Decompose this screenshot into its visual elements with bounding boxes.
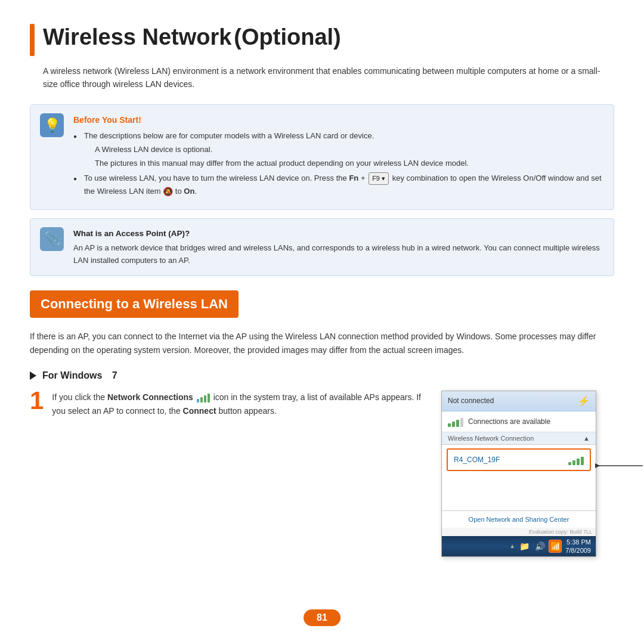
- page-title-optional: (Optional): [234, 24, 340, 49]
- info-box-access-point: 📎 What is an Access Point (AP)? An AP is…: [30, 218, 614, 276]
- fn-key-label: Fn: [349, 174, 358, 182]
- connections-available-row: Connections are available: [442, 411, 596, 432]
- svg-marker-1: [595, 463, 600, 468]
- windows-version: 7: [112, 370, 117, 381]
- title-accent-bar: [30, 24, 35, 56]
- taskbar-volume-icon: 🔊: [533, 540, 546, 553]
- wifi-bars-icon: [448, 416, 463, 427]
- network-connections-icon: [197, 393, 210, 402]
- info-box-ap-title: What is an Access Point (AP)?: [73, 227, 604, 240]
- windows7-popup: Not connected ⚡ Connections are availabl…: [441, 391, 596, 557]
- step-1-row: 1 If you click the Network Connections i…: [30, 391, 423, 418]
- fn2-key: F9 ▾: [369, 172, 389, 185]
- ap-list-annotation: AP List: [595, 461, 644, 470]
- ap-list-arrow: [595, 461, 644, 470]
- ap-signal-bars: [568, 454, 584, 465]
- taskbar-time-value: 5:38 PM: [565, 538, 591, 546]
- connections-available-text: Connections are available: [468, 417, 550, 426]
- ap-name: R4_COM_19F: [454, 456, 500, 464]
- info-box-before-start: 💡 Before You Start! The descriptions bel…: [30, 104, 614, 210]
- sub-item-1b: The pictures in this manual may differ f…: [84, 157, 604, 170]
- taskbar-icons-group: ▲ 📁 🔊 📶: [509, 540, 562, 553]
- info-box-ap-content: What is an Access Point (AP)? An AP is a…: [73, 227, 604, 267]
- win7-header-icon: ⚡: [578, 395, 590, 407]
- right-column: Not connected ⚡ Connections are availabl…: [441, 391, 614, 557]
- watermark-text: Evaluation copy: Build 7LL: [442, 528, 596, 536]
- section-heading-text: Connecting to a Wireless LAN: [30, 290, 239, 318]
- intro-paragraph: If there is an AP, you can connect to th…: [30, 330, 614, 357]
- left-column: 1 If you click the Network Connections i…: [30, 391, 423, 424]
- taskbar-network-icon: 📶: [549, 540, 562, 553]
- not-connected-text: Not connected: [448, 397, 494, 405]
- win7-header: Not connected ⚡: [442, 391, 596, 411]
- sub-item-1a: A Wireless LAN device is optional.: [84, 144, 604, 156]
- info-box-bullet-list: The descriptions below are for computer …: [73, 130, 604, 198]
- win7-footer: Open Network and Sharing Center: [442, 510, 596, 528]
- connect-label: Connect: [183, 406, 216, 416]
- info-box-before-start-content: Before You Start! The descriptions below…: [73, 113, 604, 201]
- wireless-section-label: Wireless Network Connection ▲: [442, 432, 596, 445]
- collapse-arrow: ▲: [583, 435, 590, 442]
- info-box-title-before-start: Before You Start!: [73, 113, 604, 126]
- bullet-item-1: The descriptions below are for computer …: [73, 130, 604, 169]
- section-heading-connecting: Connecting to a Wireless LAN: [30, 284, 614, 330]
- two-column-layout: 1 If you click the Network Connections i…: [30, 391, 614, 557]
- windows7-taskbar: ▲ 📁 🔊 📶 5:38 PM 7/8/2009: [442, 536, 596, 556]
- open-network-center-link[interactable]: Open Network and Sharing Center: [469, 516, 569, 523]
- paperclip-icon: 📎: [40, 227, 64, 251]
- network-connections-label: Network Connections: [107, 392, 193, 402]
- for-windows-label: For Windows: [42, 370, 102, 381]
- page-subtitle: A wireless network (Wireless LAN) enviro…: [43, 64, 614, 91]
- page-title-section: Wireless Network (Optional): [30, 24, 614, 56]
- for-windows-heading: For Windows 7: [30, 370, 614, 381]
- page-title-main: Wireless Network: [43, 24, 231, 49]
- ap-list-item: R4_COM_19F: [447, 448, 591, 471]
- taskbar-arrow-icon: ▲: [509, 543, 515, 549]
- taskbar-folder-icon: 📁: [518, 540, 531, 553]
- wifi-signal-icon: 🔕: [163, 185, 173, 198]
- triangle-bullet-icon: [30, 371, 36, 380]
- taskbar-date-value: 7/8/2009: [565, 546, 591, 555]
- bullet-2-text: To use wireless LAN, you have to turn th…: [84, 174, 602, 196]
- ap-list-spacer: [442, 475, 596, 510]
- step-1-text: If you click the Network Connections ico…: [52, 391, 423, 418]
- bullet-item-2: To use wireless LAN, you have to turn th…: [73, 172, 604, 199]
- taskbar-time-display: 5:38 PM 7/8/2009: [565, 538, 591, 555]
- step-number-1: 1: [30, 388, 44, 413]
- lightbulb-icon: 💡: [40, 113, 64, 137]
- on-label: On: [184, 187, 194, 196]
- page-number: 81: [304, 609, 340, 626]
- info-box-ap-text: An AP is a network device that bridges w…: [73, 243, 600, 265]
